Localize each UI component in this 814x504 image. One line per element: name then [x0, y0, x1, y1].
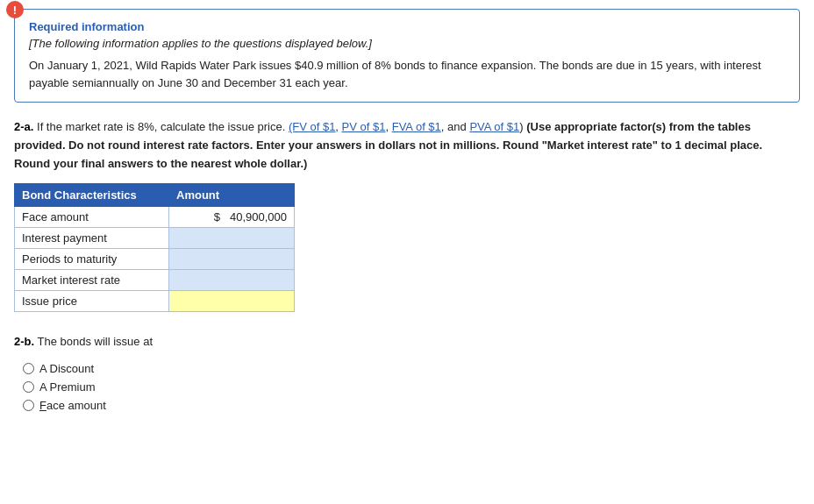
table-row: Face amount $ 40,900,000 — [15, 207, 295, 228]
option-face-amount-label: Face amount — [39, 399, 106, 412]
question-2a-intro: If the market rate is 8%, calculate the … — [37, 120, 289, 133]
radio-face-amount[interactable] — [23, 400, 34, 411]
option-premium-label: A Premium — [39, 380, 96, 394]
radio-discount[interactable] — [23, 363, 34, 374]
question-2b-number: 2-b. — [14, 335, 34, 348]
question-2b-header: 2-b. The bonds will issue at — [14, 333, 800, 351]
comma3: , and — [441, 120, 470, 133]
question-2a-header: 2-a. If the market rate is 8%, calculate… — [14, 118, 800, 173]
radio-premium[interactable] — [23, 381, 34, 393]
pva-link[interactable]: PVA of $1 — [469, 120, 519, 133]
question-2b-text: The bonds will issue at — [38, 335, 154, 348]
input-periods-maturity[interactable] — [169, 249, 295, 270]
col-header-characteristics: Bond Characteristics — [15, 184, 169, 207]
input-market-interest-rate[interactable] — [169, 270, 295, 291]
bond-characteristics-table-container: Bond Characteristics Amount Face amount … — [14, 183, 800, 312]
info-icon: ! — [6, 1, 24, 18]
input-interest-payment[interactable] — [169, 228, 295, 249]
info-body: On January 1, 2021, Wild Rapids Water Pa… — [29, 57, 785, 91]
value-face-amount: $ 40,900,000 — [169, 207, 295, 228]
option-discount[interactable]: A Discount — [23, 362, 800, 375]
paren-close: ) — [519, 120, 523, 133]
col-header-amount: Amount — [169, 184, 295, 207]
table-row: Periods to maturity — [15, 249, 295, 270]
issue-options-group: A Discount A Premium Face amount — [14, 362, 800, 412]
table-row: Interest payment — [15, 228, 295, 249]
table-row: Issue price — [15, 291, 295, 312]
question-2b-block: 2-b. The bonds will issue at A Discount … — [14, 333, 800, 412]
table-row: Market interest rate — [15, 270, 295, 291]
info-box: ! Required information [The following in… — [14, 9, 800, 103]
info-italic: [The following information applies to th… — [29, 37, 785, 50]
input-issue-price[interactable] — [169, 291, 295, 312]
label-issue-price: Issue price — [15, 291, 169, 312]
required-title: Required information — [29, 20, 785, 33]
label-face-amount: Face amount — [15, 207, 169, 228]
label-interest-payment: Interest payment — [15, 228, 169, 249]
label-periods-maturity: Periods to maturity — [15, 249, 169, 270]
question-2a-number: 2-a. — [14, 120, 33, 133]
option-premium[interactable]: A Premium — [23, 380, 800, 394]
option-face-amount[interactable]: Face amount — [23, 399, 800, 412]
fv-link[interactable]: (FV of $1 — [289, 120, 335, 133]
bond-characteristics-table: Bond Characteristics Amount Face amount … — [14, 183, 295, 312]
comma2: , — [385, 120, 391, 133]
label-market-interest-rate: Market interest rate — [15, 270, 169, 291]
comma1: , — [335, 120, 341, 133]
question-2a-block: 2-a. If the market rate is 8%, calculate… — [14, 118, 800, 312]
fva-link[interactable]: FVA of $1 — [392, 120, 441, 133]
option-discount-label: A Discount — [39, 362, 94, 375]
pv-link[interactable]: PV of $1 — [342, 120, 386, 133]
